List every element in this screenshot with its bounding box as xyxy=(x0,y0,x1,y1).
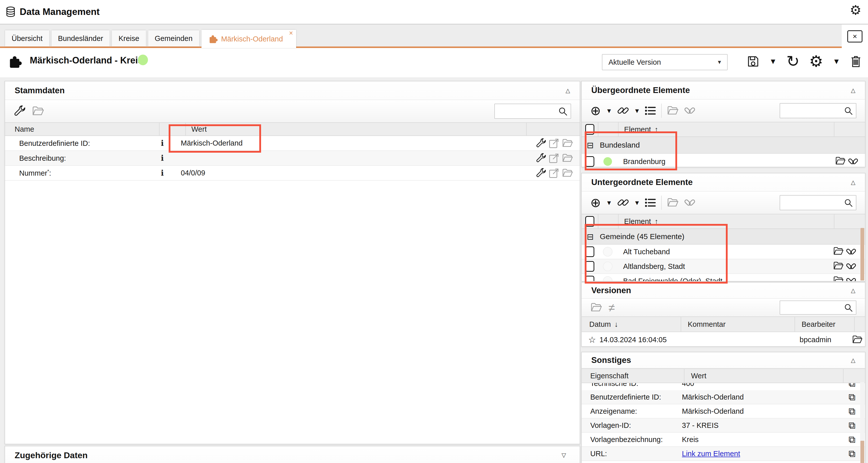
row-checkbox[interactable] xyxy=(585,156,594,167)
tab-gemeinden[interactable]: Gemeinden xyxy=(148,30,199,47)
row-checkbox[interactable] xyxy=(585,247,594,257)
unlink-icon[interactable] xyxy=(848,156,859,167)
add-element-icon[interactable]: ⊕ xyxy=(590,105,601,117)
unlink-icon[interactable] xyxy=(846,261,857,272)
copy-icon[interactable]: ⧉ xyxy=(848,449,856,459)
list-icon[interactable] xyxy=(645,106,656,116)
table-row[interactable]: Vorlagen-ID: 37 - KREIS ⧉ xyxy=(582,418,865,433)
star-icon[interactable]: ☆ xyxy=(588,336,596,344)
settings-menu-caret[interactable]: ▼ xyxy=(833,58,840,65)
add-menu-caret[interactable]: ▼ xyxy=(606,108,612,114)
wrench-icon[interactable] xyxy=(536,168,546,178)
unlink-icon[interactable] xyxy=(846,276,857,282)
wrench-icon[interactable] xyxy=(536,138,546,148)
link-element-icon[interactable] xyxy=(617,197,629,208)
compare-versions-icon[interactable]: ≠ xyxy=(609,302,615,313)
table-row[interactable]: URL: Link zum Element ⧉ xyxy=(582,447,865,461)
tab-kreise[interactable]: Kreise xyxy=(112,30,146,47)
column-header-name[interactable]: Name xyxy=(5,123,159,136)
open-folder-icon[interactable] xyxy=(833,261,844,272)
unlink-icon[interactable] xyxy=(684,105,695,116)
add-element-icon[interactable]: ⊕ xyxy=(590,196,601,209)
table-row[interactable]: Benutzerdefinierte ID: Märkisch-Oderland… xyxy=(582,390,865,404)
element-link[interactable]: Link zum Element xyxy=(682,450,740,458)
field-value[interactable]: 04/0/09 xyxy=(175,169,527,177)
search-icon[interactable] xyxy=(844,106,853,115)
collapse-group-icon[interactable]: ⊟ xyxy=(587,141,594,149)
column-header-wert[interactable]: Wert xyxy=(185,123,526,136)
open-folder-icon[interactable] xyxy=(32,106,44,117)
table-row[interactable]: Brandenburg xyxy=(582,154,865,167)
group-row-gemeinde[interactable]: ⊟ Gemeinde (45 Elemente) xyxy=(582,229,865,244)
copy-icon[interactable]: ⧉ xyxy=(848,406,856,416)
open-folder-icon[interactable] xyxy=(562,153,573,163)
save-button[interactable] xyxy=(747,55,760,68)
table-row[interactable]: Nummer*: ℹ 04/0/09 xyxy=(5,166,580,181)
collapse-panel-icon[interactable]: △ xyxy=(851,287,856,294)
group-row-bundesland[interactable]: ⊟ Bundesland xyxy=(582,137,865,154)
table-row[interactable]: Bad Freienwalde (Oder), Stadt xyxy=(582,274,865,282)
table-row[interactable]: Benutzerdefinierte ID: ℹ Märkisch-Oderla… xyxy=(5,136,580,151)
expand-panel-icon[interactable]: ▽ xyxy=(561,452,566,459)
column-header-element[interactable]: Element ↑ xyxy=(618,214,834,229)
close-all-tabs-button[interactable]: × xyxy=(847,30,863,42)
link-menu-caret[interactable]: ▼ xyxy=(634,108,640,114)
search-icon[interactable] xyxy=(844,198,853,207)
wrench-icon[interactable] xyxy=(536,153,546,163)
collapse-panel-icon[interactable]: △ xyxy=(565,87,570,94)
unlink-icon[interactable] xyxy=(846,247,857,257)
collapse-panel-icon[interactable]: △ xyxy=(851,179,856,186)
external-link-icon[interactable] xyxy=(549,138,559,148)
open-folder-icon[interactable] xyxy=(835,156,846,167)
wrench-icon[interactable] xyxy=(13,106,25,117)
tab-uebersicht[interactable]: Übersicht xyxy=(5,30,49,47)
open-folder-icon[interactable] xyxy=(852,335,863,345)
copy-icon[interactable]: ⧉ xyxy=(848,421,856,430)
row-checkbox[interactable] xyxy=(585,261,594,272)
tab-close-icon[interactable]: × xyxy=(289,30,293,37)
external-link-icon[interactable] xyxy=(549,168,559,178)
column-header-bearbeiter[interactable]: Bearbeiter xyxy=(795,317,854,331)
row-checkbox[interactable] xyxy=(585,276,594,282)
link-element-icon[interactable] xyxy=(617,105,629,116)
element-name[interactable]: Bad Freienwalde (Oder), Stadt xyxy=(618,277,833,282)
version-select[interactable]: Aktuelle Version ▼ xyxy=(602,54,727,70)
select-all-checkbox[interactable] xyxy=(585,216,594,227)
search-icon[interactable] xyxy=(844,303,853,312)
open-folder-icon[interactable] xyxy=(833,276,844,282)
table-row[interactable]: Alt Tucheband xyxy=(582,244,865,259)
copy-icon[interactable]: ⧉ xyxy=(848,392,856,402)
table-row[interactable]: Technische ID: 400 ⧉ xyxy=(582,383,865,390)
collapse-panel-icon[interactable]: △ xyxy=(851,87,856,94)
table-row[interactable]: Altlandsberg, Stadt xyxy=(582,259,865,274)
add-menu-caret[interactable]: ▼ xyxy=(606,200,612,206)
table-row[interactable]: Vorlagenbezeichnung: Kreis ⧉ xyxy=(582,433,865,447)
collapse-panel-icon[interactable]: △ xyxy=(851,357,856,364)
delete-button[interactable] xyxy=(850,55,862,68)
element-name[interactable]: Alt Tucheband xyxy=(618,248,833,256)
refresh-icon[interactable]: ↻ xyxy=(786,54,800,69)
search-input[interactable] xyxy=(780,107,844,115)
copy-icon[interactable]: ⧉ xyxy=(848,435,856,444)
column-header-eigenschaft[interactable]: Eigenschaft xyxy=(582,369,684,383)
list-icon[interactable] xyxy=(645,198,656,208)
tab-bundeslaender[interactable]: Bundesländer xyxy=(52,30,110,47)
table-row[interactable]: ☆ 14.03.2024 16:04:05 bpcadmin xyxy=(582,332,865,347)
search-input[interactable] xyxy=(495,107,558,115)
search-input[interactable] xyxy=(780,199,844,207)
table-row[interactable]: Anzeigename: Märkisch-Oderland ⧉ xyxy=(582,404,865,418)
column-header-kommentar[interactable]: Kommentar xyxy=(681,317,795,331)
search-input[interactable] xyxy=(780,303,844,312)
open-folder-icon[interactable] xyxy=(833,247,844,257)
open-folder-icon[interactable] xyxy=(562,138,573,148)
vertical-scrollbar[interactable] xyxy=(860,228,865,281)
link-menu-caret[interactable]: ▼ xyxy=(634,200,640,206)
select-all-checkbox[interactable] xyxy=(585,124,594,135)
open-folder-icon[interactable] xyxy=(667,106,679,116)
tab-maerkisch-oderland[interactable]: Märkisch-Oderland × xyxy=(202,30,296,48)
element-name[interactable]: Brandenburg xyxy=(618,157,835,166)
column-header-element[interactable]: Element ↑ xyxy=(618,122,834,137)
column-header-wert[interactable]: Wert xyxy=(684,369,843,383)
scrollbar-thumb[interactable] xyxy=(861,441,864,463)
vertical-scrollbar[interactable] xyxy=(860,382,865,463)
